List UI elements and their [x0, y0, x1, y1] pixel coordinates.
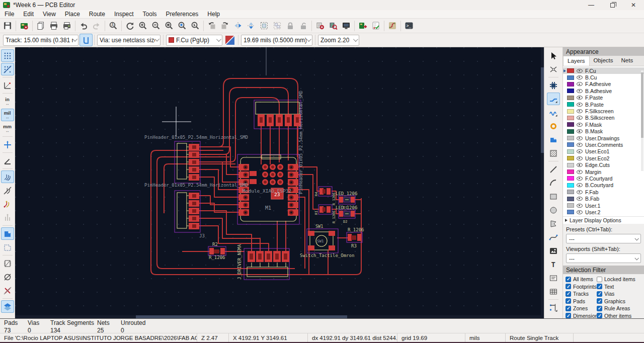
filter-text[interactable]: Text [597, 284, 643, 290]
print-button[interactable] [47, 20, 60, 32]
polar-coords-button[interactable] [1, 79, 14, 92]
tune-length-button[interactable] [547, 106, 560, 119]
visibility-eye-icon[interactable] [577, 177, 583, 181]
viewports-dropdown[interactable]: --- [566, 253, 641, 263]
layer-color-swatch[interactable] [567, 183, 574, 188]
layer-color-swatch[interactable] [567, 129, 574, 134]
grid-overrides-button[interactable] [1, 63, 14, 75]
filter-zones[interactable]: Zones [566, 305, 597, 311]
active-layer-dropdown[interactable]: F.Cu (PgUp) [166, 35, 222, 46]
draw-line-button[interactable] [547, 163, 560, 176]
layer-color-swatch[interactable] [567, 122, 574, 127]
visibility-eye-icon[interactable] [577, 210, 583, 214]
layer-row[interactable]: B.Fab [563, 195, 644, 202]
visibility-eye-icon[interactable] [577, 190, 583, 194]
scripting-console-button[interactable]: >_ [403, 20, 416, 32]
layer-row[interactable]: User.Comments [563, 141, 644, 148]
add-dimension-button[interactable] [547, 301, 560, 314]
via-sketch-button[interactable] [1, 284, 14, 297]
layer-color-swatch[interactable] [567, 68, 574, 73]
grid-dots-button[interactable] [1, 49, 14, 62]
checkbox[interactable] [597, 298, 602, 304]
layer-row[interactable]: F.Courtyard [563, 175, 644, 182]
layer-color-swatch[interactable] [567, 136, 574, 140]
visibility-eye-icon[interactable] [577, 170, 583, 174]
checkbox[interactable] [566, 277, 571, 282]
add-image-button[interactable] [547, 244, 560, 257]
zone-filled-button[interactable] [1, 227, 14, 240]
search-footprints-button[interactable] [327, 20, 340, 32]
menu-inspect[interactable]: Inspect [110, 10, 138, 18]
layer-color-swatch[interactable] [567, 197, 574, 201]
visibility-eye-icon[interactable] [577, 129, 583, 133]
visibility-eye-icon[interactable] [577, 204, 583, 208]
layer-row[interactable]: User.Eco1 [563, 148, 644, 155]
ratsnest-curved-button[interactable] [1, 198, 14, 210]
layer-color-swatch[interactable] [567, 142, 574, 147]
angle-mode-button[interactable] [1, 154, 14, 167]
full-crosshair-button[interactable] [1, 138, 14, 151]
menu-edit[interactable]: Edit [19, 10, 38, 18]
mirror-vertical-button[interactable] [245, 20, 258, 32]
presets-dropdown[interactable]: --- [566, 234, 641, 243]
draw-polygon-button[interactable] [547, 217, 560, 230]
refresh-view-button[interactable] [123, 20, 136, 32]
add-footprint-button[interactable] [547, 79, 560, 92]
rotate-cw-button[interactable] [218, 20, 231, 32]
exchange-footprints-button[interactable] [313, 20, 327, 32]
layer-row[interactable]: User.1 [563, 202, 644, 209]
zoom-fit-objects-button[interactable] [176, 20, 189, 32]
visibility-eye-icon[interactable] [577, 89, 583, 93]
layer-color-swatch[interactable] [567, 156, 574, 160]
layer-color-swatch[interactable] [567, 163, 574, 167]
zoom-in-button[interactable] [136, 20, 149, 32]
menu-place[interactable]: Place [60, 10, 85, 18]
filter-all-items[interactable]: All items [566, 276, 597, 282]
layer-color-swatch[interactable] [567, 75, 574, 80]
3d-viewer-button[interactable] [340, 20, 353, 32]
minimize-button[interactable]: — [581, 0, 602, 10]
draw-circle-button[interactable] [547, 204, 560, 216]
visibility-eye-icon[interactable] [577, 103, 583, 107]
filter-footprints[interactable]: Footprints [566, 284, 597, 290]
layer-row[interactable]: B.Mask [563, 128, 644, 135]
add-zone-button[interactable] [547, 133, 560, 146]
zone-outline-button[interactable] [1, 241, 14, 253]
high-contrast-button[interactable] [1, 300, 14, 313]
layer-color-swatch[interactable] [567, 169, 574, 174]
layer-row[interactable]: B.Cu [563, 74, 644, 80]
add-text-button[interactable]: T [547, 258, 560, 271]
layer-color-swatch[interactable] [567, 149, 574, 154]
visibility-eye-icon[interactable] [577, 149, 583, 153]
layer-row[interactable]: F.Mask [563, 121, 644, 128]
visibility-eye-icon[interactable] [577, 136, 583, 140]
close-button[interactable]: ✕ [623, 0, 644, 10]
ungroup-button[interactable] [271, 20, 284, 32]
checkbox[interactable] [566, 313, 571, 318]
layer-color-swatch[interactable] [567, 102, 574, 107]
layer-color-swatch[interactable] [567, 89, 574, 93]
visibility-eye-icon[interactable] [577, 96, 583, 100]
lock-button[interactable] [284, 20, 297, 32]
footprint-sketch-button[interactable] [1, 257, 14, 270]
layer-row[interactable]: B.Paste [563, 101, 644, 108]
layer-row[interactable]: Margin [563, 168, 644, 175]
ratsnest-visible-button[interactable] [1, 170, 14, 183]
checkbox[interactable] [566, 291, 571, 297]
visibility-eye-icon[interactable] [577, 116, 583, 120]
layer-color-swatch[interactable] [567, 82, 574, 87]
layer-row[interactable]: F.Silkscreen [563, 108, 644, 114]
unlock-button[interactable] [297, 20, 310, 32]
layer-row[interactable]: User.2 [563, 209, 644, 215]
add-textbox-button[interactable] [547, 272, 560, 284]
highlight-net-button[interactable] [547, 63, 560, 75]
units-inches-button[interactable]: in [1, 95, 14, 108]
find-button[interactable]: A [107, 20, 120, 32]
page-settings-button[interactable] [34, 20, 47, 32]
checkbox[interactable] [566, 306, 571, 311]
zoom-fit-page-button[interactable] [163, 20, 176, 32]
save-button[interactable] [1, 20, 14, 32]
checkbox[interactable] [597, 306, 602, 311]
filter-pads[interactable]: Pads [566, 298, 597, 304]
filter-locked-items[interactable]: Locked items [597, 276, 643, 282]
